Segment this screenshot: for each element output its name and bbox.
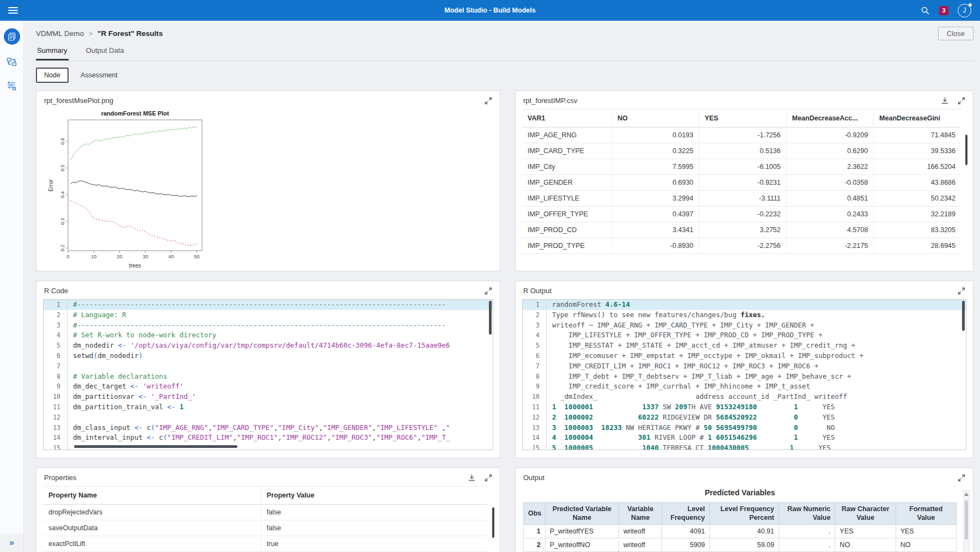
code-line: 8# Variable declarations [44, 372, 493, 382]
panel-header: R Code [36, 281, 500, 299]
table-row[interactable]: IMP_OFFER_TYPE0.4397-0.22320.243332.2189 [522, 207, 961, 222]
table-cell: IMP_GENDER [522, 175, 611, 191]
tab-output-data[interactable]: Output Data [85, 46, 125, 60]
column-header: Level Frequency [662, 503, 709, 525]
svg-text:0.6: 0.6 [60, 138, 65, 145]
table-cell: 32.2189 [874, 207, 961, 222]
predicted-variables-title: Predicted Variables [523, 488, 957, 497]
line-number: 13 [523, 423, 547, 433]
sidebar-item-data[interactable] [4, 28, 20, 45]
scrollbar-thumb[interactable] [489, 301, 492, 335]
column-header[interactable]: MeanDecreaseAcc... [786, 110, 873, 128]
svg-text:40: 40 [168, 254, 174, 259]
sidebar-item-pipelines[interactable] [7, 57, 17, 69]
tab-summary[interactable]: Summary [36, 46, 69, 60]
table-row[interactable]: IMP_City7.5995-6.10052.3622166.5204 [522, 159, 961, 175]
main-content: Close VDMML Demo > "R Forest" Results Su… [24, 21, 980, 552]
scrollbar[interactable] [963, 490, 970, 552]
close-button[interactable]: Close [938, 27, 973, 40]
table-cell: 43.8686 [874, 175, 961, 191]
column-header[interactable]: YES [699, 110, 786, 128]
sidebar-item-pipeline-comparison[interactable] [7, 81, 17, 93]
table-cell: YES [896, 525, 956, 538]
line-number: 4 [44, 330, 68, 341]
scrollbar-thumb[interactable] [492, 507, 494, 538]
breadcrumb: VDMML Demo > "R Forest" Results [36, 21, 973, 38]
column-header[interactable]: Property Name [43, 487, 261, 505]
svg-text:20: 20 [117, 254, 122, 259]
table-cell: 4091 [662, 525, 709, 538]
code-line: 7 IMP_CREDIT_LIM + IMP_ROC1 + IMP_ROC12 … [523, 361, 966, 372]
table-cell: 1 [524, 525, 546, 538]
column-header: Raw Character Value [835, 503, 896, 525]
table-cell: 0.4851 [786, 191, 873, 207]
svg-text:0: 0 [66, 254, 69, 259]
code-line: 12 [44, 413, 493, 423]
line-number: 2 [44, 310, 68, 320]
breadcrumb-project[interactable]: VDMML Demo [36, 29, 84, 38]
table-cell: dropRejectedVars [43, 505, 261, 520]
subtab-assessment[interactable]: Assessment [81, 71, 118, 79]
scrollbar-thumb[interactable] [965, 500, 968, 539]
table-cell: 0.6930 [611, 175, 699, 191]
table-cell: writeoff [618, 538, 662, 552]
code-line: 6setwd(dm_nodedir) [44, 351, 493, 361]
code-editor[interactable]: 1#--------------------------------------… [43, 299, 493, 450]
table-cell: 0.3225 [611, 143, 699, 159]
output-log[interactable]: 1randomForest 4.6-142Type rfNews() to se… [522, 299, 966, 450]
table-cell: -3.1111 [699, 191, 786, 207]
panel-title: rpt_forestIMP.csv [523, 96, 577, 105]
column-header[interactable]: VAR1 [522, 110, 611, 128]
tab-bar: Summary Output Data [36, 46, 973, 61]
table-row[interactable]: IMP_LIFESTYLE3.2994-3.11110.485150.2342 [522, 191, 961, 207]
table-cell: IMP_AGE_RNG [522, 128, 611, 143]
download-icon[interactable] [941, 96, 949, 105]
table-cell: P_writeoffYES [545, 525, 618, 538]
table-row[interactable]: 2P_writeoffNOwriteoff590959.09.NONO [524, 538, 957, 552]
table-cell: 2.3622 [786, 159, 873, 175]
column-header[interactable]: Property Value [261, 487, 488, 505]
table-row[interactable]: exactPctlLifttrue [43, 536, 488, 552]
maximize-icon[interactable] [958, 287, 965, 295]
code-line: 1#--------------------------------------… [44, 300, 493, 310]
column-header: Raw Numeric Value [779, 503, 835, 525]
table-cell: 3.2994 [611, 191, 699, 207]
line-number: 1 [44, 300, 68, 310]
maximize-icon[interactable] [485, 97, 492, 105]
table-row[interactable]: IMP_PROD_CD3.43413.27524.570883.3205 [522, 222, 961, 238]
maximize-icon[interactable] [485, 474, 492, 482]
expand-sidebar-button[interactable]: » [0, 533, 23, 552]
imp-table-container: VAR1NOYESMeanDecreaseAcc...MeanDecreaseG… [516, 109, 973, 254]
svg-text:randomForest MSE Plot: randomForest MSE Plot [101, 110, 169, 117]
applications-menu-icon[interactable] [8, 5, 18, 15]
table-row[interactable]: 1P_writeoffYESwriteoff409140.91.YESYES [524, 525, 957, 538]
maximize-icon[interactable] [958, 97, 965, 105]
table-row[interactable]: dropRejectedVarsfalse [43, 505, 488, 520]
subtab-node[interactable]: Node [36, 68, 69, 83]
avatar[interactable]: J [958, 4, 971, 17]
column-header: Formatted Value [896, 503, 956, 525]
table-row[interactable]: IMP_PROD_TYPE-0.8930-2.2756-2.217528.694… [522, 238, 961, 254]
scrollbar-thumb[interactable] [962, 301, 965, 331]
search-icon[interactable] [921, 6, 930, 15]
column-header[interactable]: NO [611, 110, 699, 128]
scroll-up-icon[interactable] [964, 493, 969, 496]
notification-badge[interactable]: 3 [939, 6, 948, 15]
table-cell: NO [896, 538, 956, 552]
maximize-icon[interactable] [958, 474, 965, 482]
line-number: 6 [523, 351, 547, 361]
table-cell: NO [835, 538, 896, 552]
line-number: 14 [44, 433, 68, 443]
scrollbar-thumb[interactable] [965, 135, 967, 165]
table-row[interactable]: IMP_AGE_RNG0.0193-1.7256-0.920971.4845 [522, 128, 961, 143]
table-row[interactable]: saveOutputDatafalse [43, 520, 488, 536]
line-number: 15 [44, 443, 68, 450]
column-header[interactable]: MeanDecreaseGini [874, 110, 961, 128]
svg-text:0.2: 0.2 [60, 245, 65, 252]
table-cell: 50.2342 [874, 191, 961, 207]
table-row[interactable]: IMP_CARD_TYPE0.32250.51360.629039.5336 [522, 143, 961, 159]
table-row[interactable]: IMP_GENDER0.6930-0.9231-0.035843.8686 [522, 175, 961, 191]
download-icon[interactable] [468, 474, 476, 482]
scrollbar-thumb-horizontal[interactable] [74, 445, 237, 448]
maximize-icon[interactable] [485, 287, 492, 295]
